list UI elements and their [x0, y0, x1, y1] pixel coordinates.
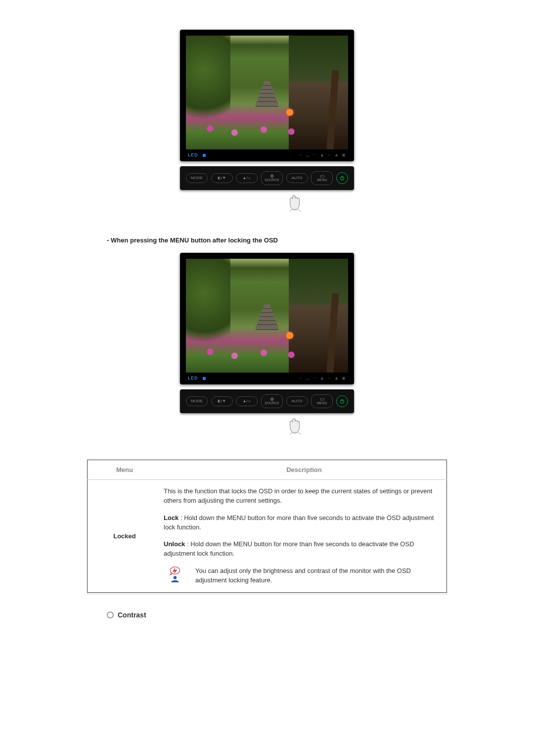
garden-tree-left — [186, 259, 230, 358]
brightness-up-label: ▲/☼ — [243, 176, 251, 180]
front-icon: – — [327, 376, 332, 380]
source-label: SOURCE — [265, 178, 279, 182]
manual-page: LED – ◡ ⋯ ▲ – ▲ ◉ MODE ◐/▼ ▲/☼ ⊕ S — [64, 0, 470, 678]
menu-icon: ▭ — [314, 397, 329, 401]
contrast-down-button[interactable]: ◐/▼ — [211, 396, 233, 406]
mode-button-label: MODE — [191, 176, 203, 180]
pointing-hand-icon — [287, 192, 304, 214]
menu-icon: ▭ — [314, 174, 329, 178]
front-icon: ▲ — [319, 376, 324, 380]
monitor-screen — [186, 36, 348, 149]
pointing-hand-icon — [287, 415, 304, 437]
front-icon: – — [298, 376, 303, 380]
brightness-up-button[interactable]: ▲/☼ — [236, 396, 258, 406]
monitor-button-bar: MODE ◐/▼ ▲/☼ ⊕ SOURCE AUTO ▭ MENU — [180, 166, 354, 190]
mode-button[interactable]: MODE — [186, 396, 208, 406]
lock-text: : Hold down the MENU button for more tha… — [164, 514, 434, 531]
desc-unlock: Unlock : Hold down the MENU button for m… — [164, 540, 440, 559]
front-icon: ▲ — [319, 152, 324, 157]
bezel-front-icons: – ◡ ⋯ ▲ – ▲ ◉ — [297, 376, 346, 380]
menu-label: MENU — [314, 178, 329, 182]
contrast-down-button[interactable]: ◐/▼ — [211, 173, 233, 183]
led-indicator-icon — [203, 377, 206, 380]
bezel-chin: LED – ◡ ⋯ ▲ – ▲ ◉ — [186, 376, 348, 381]
unlock-label: Unlock — [164, 540, 185, 548]
auto-button[interactable]: AUTO — [286, 173, 308, 183]
table-row: Locked This is the function that locks t… — [88, 480, 447, 593]
col-menu-header: Menu — [88, 460, 162, 480]
col-description-header: Description — [162, 460, 447, 480]
contrast-heading-label: Contrast — [118, 611, 146, 619]
bezel-chin: LED – ◡ ⋯ ▲ – ▲ ◉ — [186, 152, 348, 158]
osd-lock-table: Menu Description Locked This is the func… — [87, 460, 447, 593]
front-icon: ⋯ — [312, 152, 317, 157]
led-label: LED — [188, 152, 206, 157]
monitor-illustration-1: LED – ◡ ⋯ ▲ – ▲ ◉ MODE ◐/▼ ▲/☼ ⊕ S — [180, 30, 354, 217]
monitor-button-bar: MODE ◐/▼ ▲/☼ ⊕ SOURCE AUTO ▭ MENU — [180, 389, 354, 413]
hand-pointer-overlay — [180, 415, 354, 440]
section-heading: - When pressing the MENU button after lo… — [107, 236, 470, 244]
front-icon: ◡ — [305, 152, 310, 157]
unlock-text: : Hold down the MENU button for more tha… — [164, 540, 414, 557]
menu-button[interactable]: ▭ MENU — [311, 394, 333, 408]
source-button[interactable]: ⊕ SOURCE — [261, 171, 283, 185]
svg-point-5 — [174, 576, 177, 579]
monitor-illustration-2: LED – ◡ ⋯ ▲ – ▲ ◉ MODE ◐/▼ ▲/☼ ⊕ S — [180, 253, 354, 440]
power-icon — [339, 175, 345, 181]
power-icon — [339, 398, 345, 404]
source-label: SOURCE — [265, 401, 279, 405]
source-button[interactable]: ⊕ SOURCE — [261, 394, 283, 408]
auto-button-label: AUTO — [292, 176, 303, 180]
bezel-front-icons: – ◡ ⋯ ▲ – ▲ ◉ — [297, 152, 346, 157]
monitor-screen — [186, 259, 348, 373]
lock-label: Lock — [164, 514, 178, 521]
row-description: This is the function that locks the OSD … — [162, 480, 446, 592]
led-indicator-icon — [203, 154, 206, 157]
flower-bed — [186, 121, 348, 141]
brightness-up-button[interactable]: ▲/☼ — [236, 173, 258, 183]
led-label: LED — [188, 376, 206, 380]
led-text: LED — [188, 376, 198, 380]
power-button[interactable] — [336, 172, 348, 184]
contrast-down-label: ◐/▼ — [218, 176, 226, 180]
front-icon: ◡ — [305, 376, 310, 380]
desc-intro: This is the function that locks the OSD … — [164, 487, 440, 506]
led-text: LED — [188, 152, 198, 157]
source-icon: ⊕ — [265, 174, 279, 178]
tip-text: You can adjust only the brightness and c… — [195, 567, 440, 585]
hand-pointer-overlay — [180, 192, 354, 217]
menu-button[interactable]: ▭ MENU — [311, 171, 333, 185]
monitor-bezel: LED – ◡ ⋯ ▲ – ▲ ◉ — [180, 253, 354, 384]
desc-lock: Lock : Hold down the MENU button for mor… — [164, 514, 440, 532]
front-icon: – — [327, 152, 332, 157]
note-person-icon — [167, 567, 183, 582]
power-button[interactable] — [336, 395, 348, 407]
menu-label: MENU — [314, 401, 329, 405]
monitor-bezel: LED – ◡ ⋯ ▲ – ▲ ◉ — [180, 30, 354, 161]
auto-button-label: AUTO — [292, 399, 303, 403]
contrast-heading: Contrast — [107, 611, 470, 619]
table-bottom-rule — [87, 594, 447, 594]
front-icon: ◉ — [341, 152, 346, 157]
front-icon: ▲ — [334, 152, 339, 157]
front-icon: ▲ — [334, 376, 339, 380]
contrast-down-label: ◐/▼ — [218, 399, 226, 403]
flower-bed — [186, 344, 348, 364]
source-icon: ⊕ — [265, 397, 279, 401]
garden-tree-left — [186, 36, 230, 135]
tip-row: You can adjust only the brightness and c… — [164, 567, 440, 585]
bullet-ring-icon — [107, 612, 114, 618]
brightness-up-label: ▲/☼ — [243, 399, 251, 403]
auto-button[interactable]: AUTO — [286, 396, 308, 406]
front-icon: – — [298, 152, 303, 157]
front-icon: ⋯ — [312, 376, 317, 380]
front-icon: ◉ — [341, 376, 346, 380]
mode-button-label: MODE — [191, 399, 203, 403]
row-menu-label: Locked — [88, 480, 162, 593]
tip-icon-wrapper — [164, 567, 186, 582]
mode-button[interactable]: MODE — [186, 173, 208, 183]
